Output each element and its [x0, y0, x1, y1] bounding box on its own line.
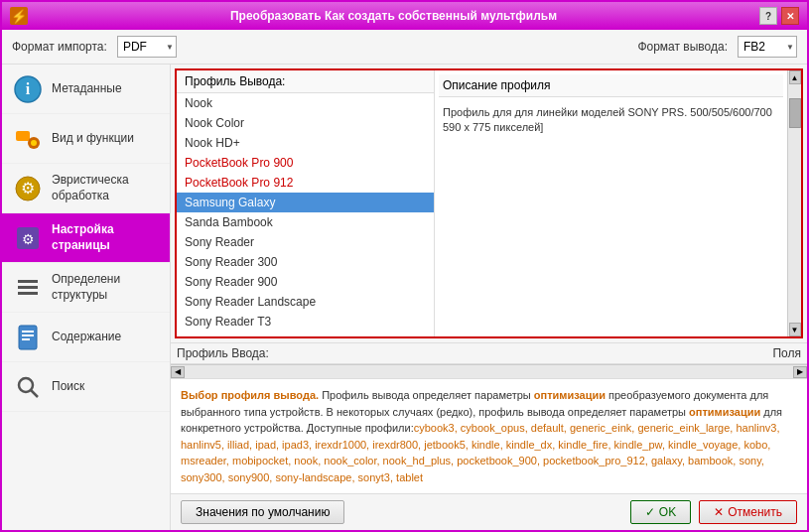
- profile-item-nook-color[interactable]: Nook Color: [177, 113, 434, 133]
- profile-list[interactable]: Nook Nook Color Nook HD+ PocketBook Pro …: [177, 93, 434, 336]
- profile-item-pocketbook-900[interactable]: PocketBook Pro 900: [177, 153, 434, 173]
- scroll-up[interactable]: ▲: [789, 70, 801, 84]
- export-format-label: Формат вывода:: [637, 40, 728, 54]
- cancel-button[interactable]: ✕ Отменить: [699, 500, 797, 524]
- defaults-button[interactable]: Значения по умолчанию: [181, 500, 344, 524]
- svg-text:i: i: [26, 80, 31, 97]
- svg-point-16: [19, 378, 33, 392]
- sidebar-structure-label: Определениструктуры: [52, 272, 120, 303]
- main-body: i Метаданные Вид и функции: [2, 65, 807, 530]
- import-format-select[interactable]: PDF: [117, 36, 177, 58]
- profile-item-sony-300[interactable]: Sony Reader 300: [177, 252, 434, 272]
- profile-item-nook-hd[interactable]: Nook HD+: [177, 133, 434, 153]
- search-icon: [12, 371, 44, 403]
- long-description: Выбор профиля вывода. Профиль вывода опр…: [171, 378, 807, 493]
- format-bar: Формат импорта: PDF ▼ Формат вывода: FB2…: [2, 30, 807, 65]
- page-setup-icon: ⚙: [12, 222, 44, 254]
- svg-text:⚙: ⚙: [22, 231, 35, 247]
- metadata-icon: i: [12, 73, 44, 105]
- heuristics-icon: ⚙: [12, 173, 44, 204]
- sidebar-heuristics-label: Эвристическаобработка: [52, 173, 129, 203]
- contents-icon: [12, 322, 44, 353]
- sidebar-item-heuristics[interactable]: ⚙ Эвристическаобработка: [2, 164, 170, 213]
- sidebar-contents-label: Содержание: [52, 330, 121, 345]
- description-header: Описание профиля: [439, 74, 783, 97]
- profile-item-sony-reader[interactable]: Sony Reader: [177, 232, 434, 252]
- close-button[interactable]: ✕: [781, 7, 799, 25]
- profile-item-sanda[interactable]: Sanda Bambook: [177, 212, 434, 232]
- svg-rect-12: [19, 326, 37, 349]
- sidebar-item-metadata[interactable]: i Метаданные: [2, 65, 170, 114]
- profile-list-header: Профиль Вывода:: [177, 70, 434, 93]
- footer-bar: Значения по умолчанию ✓ OK ✕ Отменить: [171, 493, 807, 530]
- profile-item-sony-900[interactable]: Sony Reader 900: [177, 272, 434, 292]
- cancel-x: ✕: [714, 505, 724, 519]
- sidebar-look-label: Вид и функции: [52, 131, 134, 147]
- ok-button[interactable]: ✓ OK: [630, 500, 691, 524]
- help-button[interactable]: ?: [759, 7, 777, 25]
- svg-point-4: [31, 140, 37, 146]
- profile-item-sony-t3[interactable]: Sony Reader T3: [177, 312, 434, 332]
- svg-rect-9: [18, 280, 38, 283]
- scroll-right[interactable]: ▶: [793, 366, 807, 378]
- profile-item-sony-landscape[interactable]: Sony Reader Landscape: [177, 292, 434, 312]
- import-format-label: Формат импорта:: [12, 40, 107, 54]
- cancel-label: Отменить: [728, 505, 782, 519]
- sidebar-item-search[interactable]: Поиск: [2, 362, 170, 412]
- structure-icon: [12, 272, 44, 304]
- input-profile-bar: Профиль Ввода: Поля: [171, 342, 807, 364]
- sidebar-item-page-setup[interactable]: ⚙ Настройка страницы: [2, 213, 170, 263]
- scroll-thumb[interactable]: [789, 98, 801, 128]
- svg-rect-15: [22, 338, 30, 340]
- title-buttons: ? ✕: [759, 7, 799, 25]
- app-icon: ⚡: [10, 7, 28, 25]
- sidebar-metadata-label: Метаданные: [52, 81, 122, 97]
- profile-list-column: Профиль Вывода: Nook Nook Color Nook HD+…: [177, 70, 435, 336]
- fields-label: Поля: [772, 346, 801, 360]
- sidebar-search-label: Поиск: [52, 379, 84, 395]
- profile-item-tablet[interactable]: Tablet: [177, 332, 434, 336]
- input-profile-label: Профиль Ввода:: [177, 346, 269, 360]
- svg-text:⚙: ⚙: [21, 180, 35, 197]
- scroll-down[interactable]: ▼: [789, 323, 801, 336]
- profile-item-samsung[interactable]: Samsung Galaxy: [177, 193, 434, 212]
- sidebar: i Метаданные Вид и функции: [2, 65, 171, 530]
- look-icon: [12, 123, 44, 155]
- sidebar-item-contents[interactable]: Содержание: [2, 313, 170, 362]
- svg-line-17: [31, 390, 38, 397]
- svg-rect-14: [22, 334, 34, 336]
- scroll-left[interactable]: ◀: [171, 366, 185, 378]
- main-window: ⚡ Преобразовать Как создать собственный …: [0, 0, 809, 532]
- main-content: Профиль Вывода: Nook Nook Color Nook HD+…: [171, 65, 807, 530]
- svg-rect-13: [22, 331, 34, 332]
- ok-checkmark: ✓: [645, 505, 655, 519]
- sidebar-page-setup-label: Настройка страницы: [52, 222, 160, 253]
- profile-item-nook[interactable]: Nook: [177, 93, 434, 113]
- h-scrollbar[interactable]: ◀ ▶: [171, 364, 807, 378]
- window-title: Преобразовать Как создать собственный му…: [28, 9, 759, 23]
- profile-scrollbar[interactable]: ▲ ▼: [787, 70, 801, 336]
- sidebar-item-look[interactable]: Вид и функции: [2, 114, 170, 164]
- svg-rect-2: [16, 131, 30, 141]
- long-description-text: Выбор профиля вывода. Профиль вывода опр…: [181, 389, 782, 483]
- export-format-select[interactable]: FB2: [738, 36, 797, 58]
- svg-rect-11: [18, 292, 38, 295]
- description-column: Описание профиля Профиль для для линейки…: [435, 70, 787, 336]
- profile-item-pocketbook-912[interactable]: PocketBook Pro 912: [177, 173, 434, 193]
- export-format-wrapper: FB2 ▼: [738, 36, 797, 58]
- title-bar: ⚡ Преобразовать Как создать собственный …: [2, 2, 807, 30]
- profile-section: Профиль Вывода: Nook Nook Color Nook HD+…: [175, 68, 803, 338]
- description-text: Профиль для для линейки моделей SONY PRS…: [439, 97, 783, 144]
- import-format-wrapper: PDF ▼: [117, 36, 177, 58]
- svg-rect-10: [18, 286, 38, 289]
- sidebar-item-structure[interactable]: Определениструктуры: [2, 263, 170, 313]
- ok-label: OK: [659, 505, 676, 519]
